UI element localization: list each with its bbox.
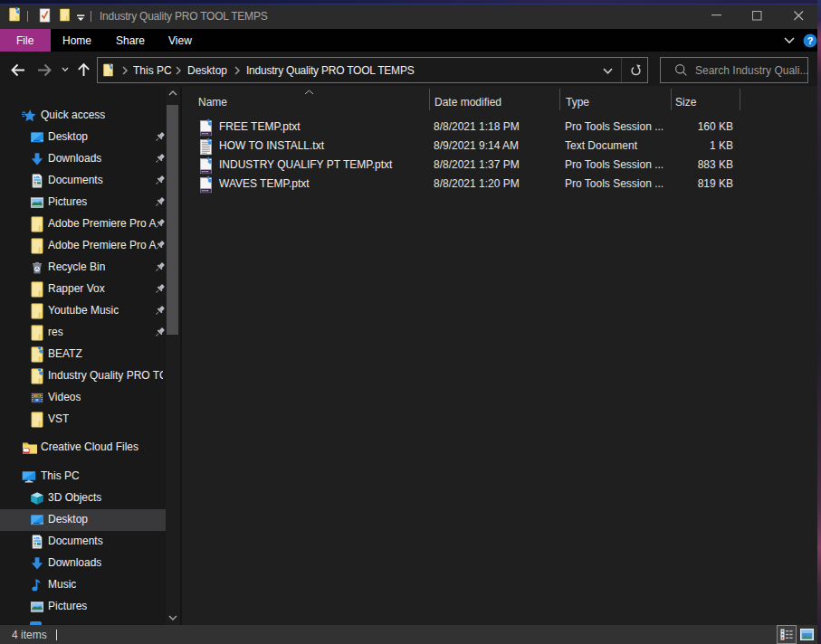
svg-text:?: ? bbox=[807, 35, 814, 46]
